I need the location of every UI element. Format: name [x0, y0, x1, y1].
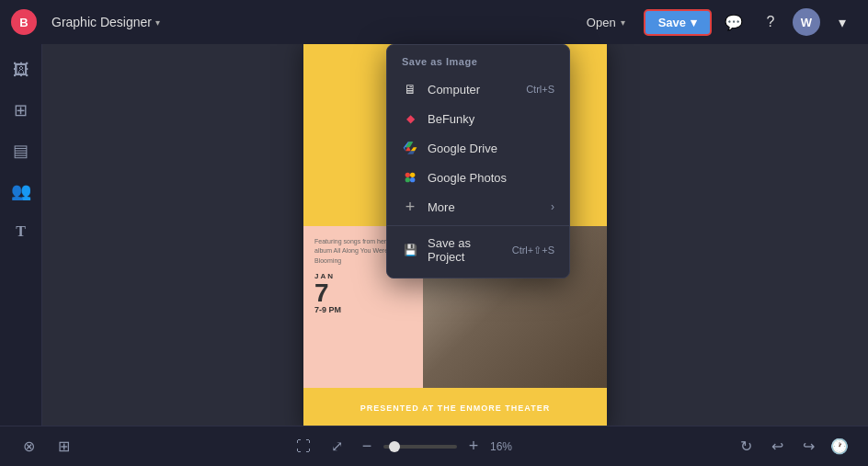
zoom-in-icon: +: [469, 437, 479, 456]
fullscreen-button[interactable]: ⛶: [290, 433, 317, 460]
logo: B: [11, 9, 37, 35]
zoom-in-button[interactable]: +: [463, 436, 485, 458]
poster-time: 7-9 PM: [314, 306, 412, 314]
svg-point-2: [405, 177, 410, 182]
save-befunky-item[interactable]: ◆ BeFunky: [387, 104, 569, 133]
app-name-chevron: ▾: [155, 17, 160, 28]
save-computer-shortcut: Ctrl+S: [526, 84, 554, 95]
save-button[interactable]: Save ▾: [644, 9, 712, 36]
sidebar-item-people[interactable]: 👥: [5, 175, 38, 208]
image-icon: 🖼: [13, 61, 29, 80]
save-gphotos-item[interactable]: Google Photos: [387, 163, 569, 192]
save-computer-item[interactable]: 🖥 Computer Ctrl+S: [387, 74, 569, 104]
undo-icon: ↩: [771, 438, 783, 455]
sidebar-item-text[interactable]: T: [5, 215, 38, 248]
redo-button[interactable]: ↪: [794, 433, 822, 460]
sidebar-item-image[interactable]: 🖼: [5, 53, 38, 86]
fit-button[interactable]: ⤢: [323, 433, 350, 460]
open-chevron: ▾: [621, 17, 625, 28]
right-bottom-buttons: ↻ ↩ ↪ 🕐: [732, 433, 853, 460]
computer-icon: 🖥: [402, 81, 418, 97]
save-project-shortcut: Ctrl+⇧+S: [512, 244, 554, 256]
save-more-item[interactable]: + More ›: [387, 192, 569, 222]
layers-bottom-icon: ⊗: [23, 438, 35, 455]
more-icon: +: [402, 199, 418, 215]
more-arrow-icon: ›: [551, 200, 554, 213]
poster-footer: Presented at the Enmore Theater: [303, 388, 607, 426]
redo-icon: ↪: [803, 438, 815, 455]
save-dropdown: Save as Image 🖥 Computer Ctrl+S ◆ BeFunk…: [386, 44, 570, 278]
open-button[interactable]: Open ▾: [576, 11, 636, 34]
poster-day: 7: [314, 280, 412, 306]
avatar-label: W: [801, 16, 812, 29]
save-project-label: Save as Project: [428, 236, 503, 264]
grid-bottom-button[interactable]: ⊞: [50, 433, 77, 460]
svg-point-0: [405, 173, 410, 177]
help-icon: ?: [767, 14, 775, 30]
avatar-button[interactable]: W: [793, 8, 820, 36]
account-chevron-button[interactable]: ▾: [828, 7, 857, 37]
topbar: B Graphic Designer ▾ Open ▾ Save ▾ 💬 ? W…: [0, 0, 868, 44]
gdrive-icon: [402, 140, 418, 156]
zoom-out-icon: −: [362, 437, 372, 456]
open-label: Open: [587, 16, 616, 29]
history-icon: 🕐: [830, 438, 849, 455]
chat-icon: 💬: [725, 14, 743, 31]
left-sidebar: 🖼 ⊞ ▤ 👥 T: [0, 44, 42, 426]
app-name-label: Graphic Designer: [51, 15, 152, 29]
history-button[interactable]: 🕐: [826, 433, 853, 460]
grid-icon: ⊞: [58, 438, 70, 455]
save-project-item[interactable]: 💾 Save as Project Ctrl+⇧+S: [387, 230, 569, 270]
save-computer-label: Computer: [428, 83, 480, 97]
layers-bottom-button[interactable]: ⊗: [15, 433, 42, 460]
save-project-icon: 💾: [402, 242, 418, 258]
zoom-section: ⛶ ⤢ − + 16%: [290, 433, 520, 460]
save-gdrive-item[interactable]: Google Drive: [387, 133, 569, 163]
sidebar-item-templates[interactable]: ▤: [5, 134, 38, 167]
save-gdrive-label: Google Drive: [428, 142, 497, 155]
svg-point-3: [410, 177, 415, 182]
templates-icon: ▤: [13, 141, 29, 161]
people-icon: 👥: [11, 181, 31, 201]
zoom-percent: 16%: [490, 440, 520, 453]
save-befunky-label: BeFunky: [428, 112, 474, 126]
save-gphotos-label: Google Photos: [428, 171, 507, 185]
dropdown-header: Save as Image: [387, 52, 569, 74]
refresh-icon: ↻: [740, 438, 752, 455]
zoom-slider[interactable]: [383, 445, 457, 449]
fullscreen-icon: ⛶: [296, 438, 311, 455]
undo-button[interactable]: ↩: [763, 433, 791, 460]
fit-icon: ⤢: [331, 438, 343, 455]
refresh-button[interactable]: ↻: [732, 433, 760, 460]
gphotos-icon: [402, 169, 418, 186]
bottombar: ⊗ ⊞ ⛶ ⤢ − + 16% ↻ ↩ ↪ 🕐: [0, 426, 868, 466]
save-chevron: ▾: [691, 16, 697, 29]
chat-icon-button[interactable]: 💬: [719, 7, 748, 37]
poster-footer-text: Presented at the Enmore Theater: [360, 403, 550, 413]
save-wrapper: Save ▾: [644, 9, 712, 36]
zoom-out-button[interactable]: −: [356, 436, 378, 458]
befunky-icon: ◆: [402, 110, 418, 127]
dropdown-divider: [387, 225, 569, 226]
save-more-label: More: [428, 200, 455, 214]
sidebar-item-layers[interactable]: ⊞: [5, 94, 38, 127]
layers-icon: ⊞: [14, 100, 28, 120]
poster-date: JAN 7 7-9 PM: [314, 273, 412, 314]
text-icon: T: [16, 223, 26, 240]
zoom-slider-thumb: [389, 441, 400, 452]
app-name-button[interactable]: Graphic Designer ▾: [44, 11, 167, 33]
account-chevron-icon: ▾: [839, 14, 846, 31]
help-icon-button[interactable]: ?: [756, 7, 785, 37]
save-label: Save: [658, 16, 686, 29]
svg-point-1: [410, 173, 415, 177]
